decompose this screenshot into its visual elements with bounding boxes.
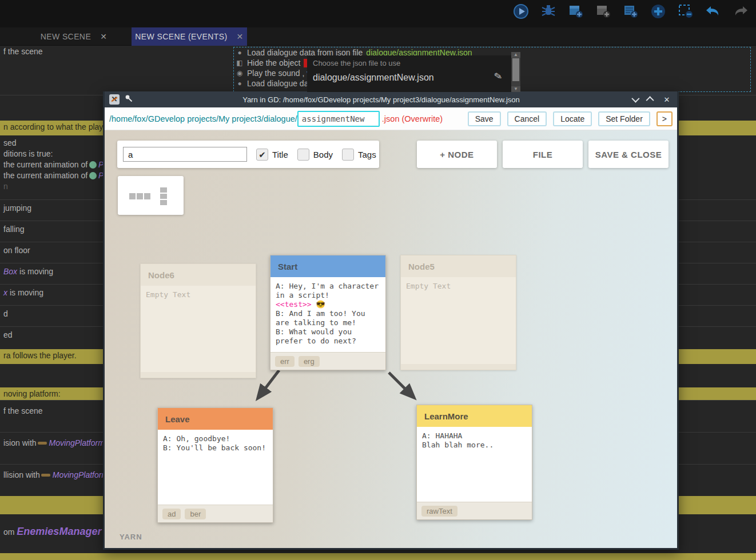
json-file-popup: Choose the json file to use dialogue/ass… [307, 55, 511, 92]
preview-play-icon[interactable] [512, 3, 530, 20]
tab-close-icon[interactable]: ✕ [237, 32, 244, 41]
locate-button[interactable]: Locate [553, 111, 592, 126]
tab-new-scene[interactable]: NEW SCENE✕ [16, 27, 132, 46]
object-name: Box [3, 267, 17, 276]
platform-object-icon [41, 474, 50, 477]
tab-close-icon[interactable]: ✕ [100, 32, 107, 41]
node-search-input[interactable] [123, 147, 247, 162]
node-body-text: A: Oh, goodbye!B: You'll be back soon! [158, 430, 273, 505]
object-name: MovingPlatform [53, 470, 108, 479]
sound-icon: ◉ [236, 69, 244, 77]
selected-event-block[interactable]: ●Load dialogue data from json file dialo… [233, 47, 751, 92]
dialog-title: Yarn in GD: /home/fox/GDevelop projects/… [138, 95, 624, 104]
sprite-object-icon [89, 172, 97, 179]
file-path-prefix: /home/fox/GDevelop projects/My project3/… [109, 114, 297, 123]
yarn-ball-icon: ● [236, 49, 244, 57]
hide-icon: ◧ [236, 59, 244, 67]
tab-label: NEW SCENE (EVENTS) [135, 32, 227, 41]
popup-value-field[interactable]: dialogue/assignmentNew.json [313, 73, 434, 83]
dialog-titlebar[interactable]: ✕ Yarn in GD: /home/fox/GDevelop project… [105, 91, 677, 107]
external-events-name: EnemiesManager [17, 526, 101, 537]
edit-pencil-icon[interactable]: ✎ [493, 70, 503, 83]
tag-chip[interactable]: err [275, 356, 295, 367]
event-comment-row[interactable] [0, 553, 756, 560]
setfolder-button[interactable]: Set Folder [598, 111, 650, 126]
platform-object-icon [38, 442, 47, 445]
vertical-dots-icon [160, 187, 167, 205]
file-button[interactable]: FILE [503, 141, 583, 168]
node-title: Leave [158, 408, 273, 430]
node-title: Start [270, 255, 385, 277]
checkbox-tags[interactable] [342, 149, 354, 161]
horizontal-dots-icon [129, 193, 150, 199]
save-close-button[interactable]: SAVE & CLOSE [588, 141, 669, 168]
node-tags-footer [401, 364, 516, 370]
tag-chip[interactable]: ber [185, 509, 206, 519]
tag-chip[interactable]: ad [162, 509, 181, 519]
cancel-button[interactable]: Cancel [507, 111, 547, 126]
app-window: NEW SCENE✕NEW SCENE (EVENTS)✕ f the scen… [0, 0, 756, 560]
search-card: ✔TitleBodyTags [117, 141, 379, 168]
object-name: x [3, 288, 7, 297]
node-body-text: A: Hey, I'm a characterin a script!<<tes… [270, 277, 385, 352]
node-body-text: Empty Text [141, 286, 256, 372]
filter-label: Title [272, 150, 288, 159]
sprite-object-icon [89, 161, 97, 169]
node-title: Node6 [141, 264, 256, 286]
file-suffix-overwrite: .json (Overwrite) [382, 114, 443, 123]
deselect-icon[interactable] [677, 3, 694, 20]
tab-bar: NEW SCENE✕NEW SCENE (EVENTS)✕ [0, 27, 756, 46]
pin-icon[interactable] [124, 94, 133, 105]
window-close-icon[interactable]: ✕ [661, 95, 673, 104]
yarn-node-learnmore[interactable]: LearnMoreA: HAHAHABlah blah more..rawTex… [416, 405, 532, 520]
add-object-icon[interactable] [650, 3, 667, 20]
scroll-down-icon[interactable]: ▼ [511, 86, 520, 92]
node-button[interactable]: + NODE [417, 141, 497, 168]
yarn-watermark-label: YARN [120, 533, 142, 541]
tab-new-scene-events-[interactable]: NEW SCENE (EVENTS)✕ [132, 27, 247, 46]
yarn-node-start[interactable]: StartA: Hey, I'm a characterin a script!… [270, 255, 386, 370]
filter-label: Body [313, 150, 333, 159]
tag-chip[interactable]: rawText [421, 506, 457, 517]
node-body-text: Empty Text [401, 277, 516, 364]
yarn-ball-icon: ● [236, 79, 244, 87]
filter-title: ✔Title [256, 149, 288, 161]
yarn-node-node6[interactable]: Node6Empty Text [140, 263, 256, 378]
filter-body: Body [297, 149, 333, 161]
popup-hint: Choose the json file to use [313, 59, 400, 67]
save-button[interactable]: Save [468, 111, 501, 126]
filter-label: Tags [358, 150, 376, 159]
toolbar-icons [512, 3, 749, 20]
add-external-events-icon[interactable] [622, 3, 639, 20]
node-body-text: A: HAHAHABlah blah more.. [417, 427, 532, 502]
window-collapse-icon[interactable] [629, 95, 640, 104]
yarn-canvas[interactable]: ✔TitleBodyTags + NODEFILESAVE & CLOSE No… [105, 130, 677, 548]
node-tags-footer: errerg [270, 352, 385, 370]
node-tags-footer [141, 372, 256, 378]
tag-chip[interactable]: erg [299, 356, 320, 367]
checkbox-body[interactable] [297, 149, 309, 161]
yarn-app-icon: ✕ [109, 94, 120, 105]
scroll-up-icon[interactable]: ▲ [511, 52, 520, 58]
add-scene-icon[interactable] [567, 3, 584, 20]
yarn-node-node5[interactable]: Node5Empty Text [400, 255, 516, 370]
more-button[interactable]: > [656, 111, 673, 126]
yarn-node-leave[interactable]: LeaveA: Oh, goodbye!B: You'll be back so… [157, 407, 273, 523]
events-scrollbar[interactable]: ▲ ▼ [511, 52, 520, 92]
node-tags-footer: rawText [417, 502, 532, 519]
zoom-minimap-widget[interactable] [118, 176, 184, 215]
checkbox-title[interactable]: ✔ [256, 149, 268, 161]
scrollbar-thumb[interactable] [512, 58, 519, 81]
header-buttons: SaveCancelLocateSet Folder> [468, 111, 673, 126]
tab-label: NEW SCENE [41, 32, 91, 41]
debug-icon[interactable] [540, 3, 557, 20]
add-external-layout-icon[interactable] [595, 3, 612, 20]
redo-icon[interactable] [732, 3, 749, 20]
window-expand-icon[interactable] [645, 95, 656, 104]
filename-input[interactable] [297, 111, 380, 127]
node-title: LearnMore [417, 405, 532, 427]
undo-icon[interactable] [705, 3, 722, 20]
object-name: MovingPlatform [49, 438, 105, 447]
yarn-dialog: ✕ Yarn in GD: /home/fox/GDevelop project… [103, 91, 679, 550]
filter-tags: Tags [342, 149, 376, 161]
